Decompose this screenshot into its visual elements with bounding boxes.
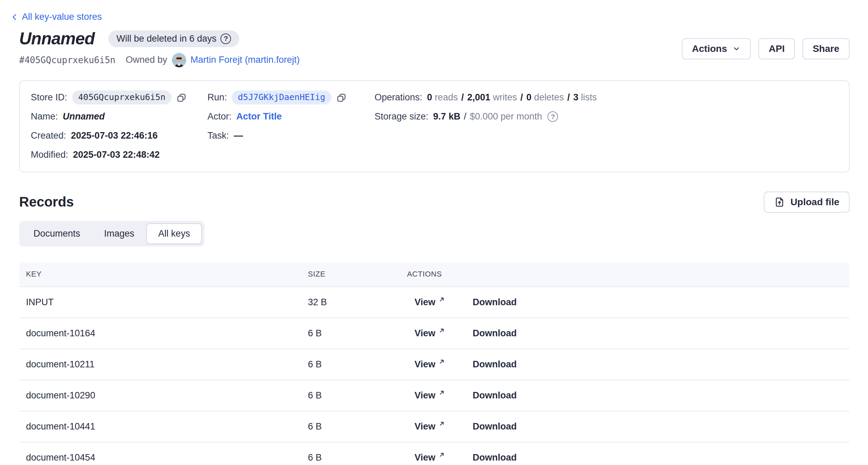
modified-value: 2025-07-03 22:48:42: [73, 150, 160, 160]
run-id-value[interactable]: d5J7GKkjDaenHEIig: [232, 90, 331, 104]
storage-cost: $0.000 per month: [470, 111, 542, 122]
copy-icon[interactable]: [176, 93, 187, 103]
view-link[interactable]: View: [415, 421, 446, 432]
record-actions: View Download: [407, 328, 850, 339]
records-tabs: Documents Images All keys: [19, 221, 204, 246]
external-link-icon: [438, 450, 446, 461]
download-link[interactable]: Download: [473, 359, 517, 370]
table-row: document-10441 6 B View Download: [19, 411, 850, 442]
record-size: 6 B: [308, 452, 407, 463]
actions-button-label: Actions: [692, 43, 727, 54]
table-row: document-10454 6 B View Download: [19, 442, 850, 465]
created-label: Created:: [31, 130, 66, 141]
writes-word: writes: [493, 92, 517, 103]
records-header: Records Upload file: [19, 192, 850, 213]
header-buttons: Actions API Share: [682, 38, 850, 67]
column-header-actions: ACTIONS: [407, 270, 850, 279]
storage-row: Storage size: 9.7 kB / $0.000 per month …: [375, 107, 838, 126]
actor-row: Actor: Actor Title: [207, 107, 375, 126]
view-link[interactable]: View: [415, 297, 446, 308]
record-key: document-10290: [19, 390, 308, 401]
download-link[interactable]: Download: [473, 297, 517, 308]
api-button[interactable]: API: [758, 38, 795, 59]
writes-count: 2,001: [467, 92, 490, 103]
run-label: Run:: [207, 92, 227, 103]
actor-link[interactable]: Actor Title: [236, 111, 282, 122]
records-heading: Records: [19, 194, 74, 210]
name-value: Unnamed: [63, 111, 105, 122]
breadcrumb-label: All key-value stores: [22, 12, 102, 22]
record-size: 6 B: [308, 359, 407, 370]
copy-icon[interactable]: [336, 93, 347, 103]
owned-by-label: Owned by: [126, 55, 167, 65]
store-id-value: 405GQcuprxeku6i5n: [72, 90, 172, 104]
breadcrumb[interactable]: All key-value stores: [11, 12, 102, 22]
record-key: document-10441: [19, 421, 308, 432]
separator: /: [517, 92, 527, 103]
info-column-1: Store ID: 405GQcuprxeku6i5n Name: Unname…: [31, 88, 207, 165]
external-link-icon: [438, 357, 446, 368]
actions-button[interactable]: Actions: [682, 38, 751, 59]
help-circle-icon[interactable]: ?: [547, 111, 558, 122]
record-size: 6 B: [308, 390, 407, 401]
page-title: Unnamed: [19, 29, 95, 48]
avatar: [172, 53, 186, 67]
record-size: 6 B: [308, 328, 407, 339]
view-link-label: View: [415, 390, 435, 401]
name-label: Name:: [31, 111, 58, 122]
task-label: Task:: [207, 130, 229, 141]
download-link[interactable]: Download: [473, 452, 517, 463]
view-link-label: View: [415, 452, 435, 463]
deletion-badge-label: Will be deleted in 6 days: [117, 33, 217, 44]
info-column-3: Operations: 0 reads / 2,001 writes / 0 d…: [375, 88, 838, 165]
record-key: INPUT: [19, 297, 308, 308]
record-actions: View Download: [407, 359, 850, 370]
upload-file-button[interactable]: Upload file: [764, 192, 850, 213]
column-header-size: SIZE: [308, 270, 407, 279]
deletion-badge: Will be deleted in 6 days ?: [108, 30, 240, 47]
download-link[interactable]: Download: [473, 328, 517, 339]
store-info-card: Store ID: 405GQcuprxeku6i5n Name: Unname…: [19, 80, 850, 172]
store-id-row: Store ID: 405GQcuprxeku6i5n: [31, 88, 207, 107]
chevron-down-icon: [732, 45, 741, 53]
table-row: document-10211 6 B View Download: [19, 349, 850, 380]
view-link-label: View: [415, 421, 435, 432]
records-table: KEY SIZE ACTIONS INPUT 32 B View: [19, 262, 850, 465]
key-value-store-page: All key-value stores Unnamed Will be del…: [0, 0, 868, 465]
tab-all-keys[interactable]: All keys: [146, 223, 202, 244]
table-header-row: KEY SIZE ACTIONS: [19, 262, 850, 287]
help-circle-icon[interactable]: ?: [220, 33, 231, 44]
download-link[interactable]: Download: [473, 390, 517, 401]
chevron-left-icon: [11, 13, 18, 21]
share-button[interactable]: Share: [802, 38, 850, 59]
download-link[interactable]: Download: [473, 421, 517, 432]
created-value: 2025-07-03 22:46:16: [71, 130, 158, 141]
external-link-icon: [438, 295, 446, 306]
storage-size-value: 9.7 kB: [433, 111, 461, 122]
header-left: Unnamed Will be deleted in 6 days ? #405…: [19, 29, 300, 67]
store-id-label: Store ID:: [31, 92, 67, 103]
task-value: —: [234, 130, 243, 141]
tab-documents[interactable]: Documents: [22, 223, 92, 244]
separator: /: [564, 92, 573, 103]
reads-word: reads: [435, 92, 458, 103]
operations-label: Operations:: [375, 92, 422, 103]
lists-word: lists: [581, 92, 597, 103]
record-key: document-10211: [19, 359, 308, 370]
operations-row: Operations: 0 reads / 2,001 writes / 0 d…: [375, 88, 838, 107]
owner-link[interactable]: Martin Forejt (martin.forejt): [190, 55, 300, 65]
external-link-icon: [438, 419, 446, 430]
view-link[interactable]: View: [415, 359, 446, 370]
view-link[interactable]: View: [415, 328, 446, 339]
separator: /: [458, 92, 467, 103]
view-link[interactable]: View: [415, 452, 446, 463]
view-link[interactable]: View: [415, 390, 446, 401]
store-hash: #405GQcuprxeku6i5n: [19, 55, 116, 65]
table-row: INPUT 32 B View Download: [19, 287, 850, 318]
actor-label: Actor:: [207, 111, 232, 122]
share-button-label: Share: [813, 43, 839, 54]
modified-label: Modified:: [31, 150, 68, 160]
record-actions: View Download: [407, 297, 850, 308]
tab-images[interactable]: Images: [92, 223, 147, 244]
separator: /: [460, 111, 470, 122]
